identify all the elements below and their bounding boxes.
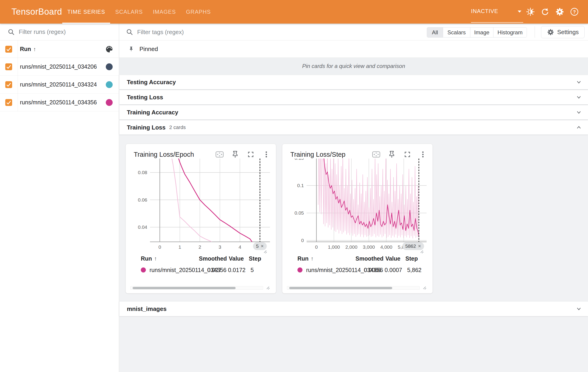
run-color-dot [106,63,113,70]
gear-icon[interactable] [555,7,564,16]
app-header: TensorBoard TIME SERIES SCALARS IMAGES G… [0,0,588,24]
svg-text:0.05: 0.05 [294,210,304,215]
chevron-down-icon[interactable] [575,79,582,86]
line-chart[interactable]: 00.050.10.1501,0002,0003,0004,0005,000 [282,159,433,253]
status-dropdown[interactable]: INACTIVE [471,0,523,23]
card-run-table: Run↑ Smoothed Value Step runs/mnist_2025… [126,253,270,276]
kebab-menu-icon[interactable] [418,149,428,160]
main-content: All Scalars Image Histogram Settings [119,24,588,372]
col-value[interactable]: Value [225,255,244,262]
chevron-up-icon[interactable] [575,124,582,131]
runs-header-row: Run ↑ [0,40,119,58]
svg-text:0.04: 0.04 [138,224,147,230]
sort-arrow[interactable]: ↑ [33,46,36,52]
chevron-down-icon[interactable] [575,94,582,101]
tab-graphs[interactable]: GRAPHS [181,0,216,24]
tag-type-filter-group: All Scalars Image Histogram [427,27,527,38]
svg-text:3: 3 [219,244,221,250]
horizontal-scrollbar [287,286,420,290]
filter-image[interactable]: Image [470,28,493,37]
chevron-down-icon[interactable] [575,305,582,312]
settings-button[interactable]: Settings [541,26,585,38]
fit-domain-icon[interactable] [371,149,381,160]
card-training-loss-step: Training Loss/Step [282,144,433,293]
svg-text:3,000: 3,000 [363,244,375,250]
tab-scalars[interactable]: SCALARS [110,0,148,24]
palette-icon[interactable] [105,45,113,53]
fullscreen-icon[interactable] [246,149,256,160]
card-run-table: Run↑ Smoothed Value Step runs/mnist_2025… [282,253,427,276]
gear-icon [547,29,554,36]
svg-text:0: 0 [315,244,318,250]
settings-label: Settings [557,29,579,36]
horizontal-scrollbar [130,286,263,290]
run-color-dot [106,81,113,88]
col-run[interactable]: Run↑ [141,255,199,262]
col-step[interactable]: Step [244,255,270,262]
pin-icon[interactable] [387,149,397,160]
scrollbar-thumb[interactable] [133,287,236,289]
pin-hint: Pin cards for a quick view and compariso… [119,58,588,74]
run-color-dot [141,267,146,272]
pin-icon [128,46,134,52]
value: 0.0172 [228,267,245,273]
scrollbar-thumb[interactable] [289,287,392,289]
section-training-accuracy[interactable]: Training Accuracy [119,105,588,120]
brightness-icon[interactable] [526,7,535,16]
fit-domain-icon[interactable] [215,149,225,160]
run-color-dot [297,267,303,272]
col-smoothed[interactable]: Smoothed [199,255,225,262]
runs-table: Run ↑ runs/mnist_20250114_034206 runs/mn… [0,40,119,111]
search-icon [8,29,15,35]
refresh-icon[interactable] [541,7,549,16]
section-mnist-images[interactable]: mnist_images [119,302,588,316]
chevron-down-icon[interactable] [575,109,582,116]
run-checkbox[interactable] [5,99,12,106]
close-icon[interactable]: × [418,243,421,249]
runs-filter-input[interactable] [19,28,106,35]
svg-text:0.08: 0.08 [138,170,147,175]
step-marker-chip[interactable]: 5862 × [402,242,424,250]
svg-text:0.15: 0.15 [294,159,304,161]
select-all-checkbox[interactable] [5,46,12,53]
tab-images[interactable]: IMAGES [148,0,181,24]
card-title: Training Loss/Step [290,151,346,158]
section-testing-loss[interactable]: Testing Loss [119,90,588,104]
section-testing-accuracy[interactable]: Testing Accuracy [119,75,588,89]
run-checkbox[interactable] [5,81,12,88]
col-run[interactable]: Run↑ [297,255,356,262]
pin-icon[interactable] [230,149,240,160]
step-value: 5 [245,267,270,273]
training-loss-cards: Training Loss/Epoch [126,144,433,293]
runs-filter-row [0,24,119,40]
tag-filter-bar: All Scalars Image Histogram Settings [119,24,588,40]
svg-text:1: 1 [178,244,181,250]
filter-all[interactable]: All [427,28,443,37]
section-training-loss[interactable]: Training Loss 2 cards [119,120,588,134]
run-label: runs/mnist_20250114_034206 [20,63,97,70]
resize-handle[interactable] [422,286,428,291]
run-label: runs/mnist_20250114_034324 [20,81,97,88]
table-row: runs/mnist_20250114_034356 0.027 0.0172 … [126,264,270,276]
runs-column-header: Run [20,46,31,52]
close-icon[interactable]: × [261,243,264,249]
help-icon[interactable]: ? [570,7,579,16]
step-marker-chip[interactable]: 5 × [253,242,267,250]
filter-histogram[interactable]: Histogram [493,28,527,37]
filter-scalars[interactable]: Scalars [443,28,470,37]
svg-text:?: ? [573,9,576,14]
runs-sidebar: Run ↑ runs/mnist_20250114_034206 runs/mn… [0,24,119,372]
resize-handle[interactable] [266,286,271,291]
svg-text:4,000: 4,000 [380,244,392,250]
line-chart[interactable]: 0.040.060.0801234 [126,159,276,253]
run-checkbox[interactable] [5,63,12,70]
tab-time-series[interactable]: TIME SERIES [62,0,110,24]
tags-filter-input[interactable] [137,29,274,36]
col-step[interactable]: Step [400,255,427,262]
run-color-dot [106,99,113,106]
fullscreen-icon[interactable] [402,149,412,160]
run-label: runs/mnist_20250114_034356 [20,99,97,106]
col-value[interactable]: Value [381,255,400,262]
kebab-menu-icon[interactable] [261,149,271,160]
col-smoothed[interactable]: Smoothed [356,255,381,262]
